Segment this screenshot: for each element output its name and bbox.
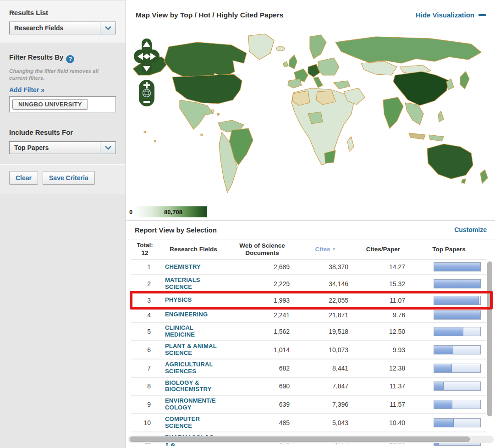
row-rank: 10 xyxy=(131,416,159,430)
add-filter-link[interactable]: Add Filter » xyxy=(9,86,44,94)
globe-icon xyxy=(143,89,151,97)
report-table: Total: 12 Research Fields Web of Science… xyxy=(126,239,495,448)
row-field-cell: CLINICAL MEDICINE xyxy=(159,323,228,340)
research-field-link[interactable]: COMPUTER SCIENCE xyxy=(165,416,200,430)
row-rank: 1 xyxy=(131,260,159,274)
hide-visualization-label: Hide Visualization xyxy=(416,11,474,19)
filter-results-section: Filter Results By? Changing the filter f… xyxy=(0,43,126,120)
wos-documents-value: 485 xyxy=(228,416,296,430)
vertical-scrollbar-thumb[interactable] xyxy=(487,261,492,416)
results-list-heading: Results List xyxy=(9,9,116,17)
main-content: Map View by Top / Hot / Highly Cited Pap… xyxy=(126,0,495,448)
row-field-cell: PLANT & ANIMAL SCIENCE xyxy=(159,341,228,359)
map-controls[interactable] xyxy=(134,39,160,109)
row-top-papers-cell xyxy=(412,343,486,357)
wos-documents-value: 2,689 xyxy=(228,260,296,274)
table-body: 1 CHEMISTRY 2,689 38,370 14.27 2 MATERIA… xyxy=(131,260,495,448)
research-field-link[interactable]: MATERIALS SCIENCE xyxy=(165,277,200,291)
wos-documents-value: 2,229 xyxy=(228,277,296,291)
column-header-top-papers[interactable]: Top Papers xyxy=(412,246,486,253)
cites-value: 21,871 xyxy=(296,308,355,322)
research-field-link[interactable]: CHEMISTRY xyxy=(165,264,201,271)
row-field-cell: COMPUTER SCIENCE xyxy=(159,414,228,431)
top-papers-bar xyxy=(434,327,481,336)
horizontal-scrollbar xyxy=(128,436,494,443)
wos-documents-value: 682 xyxy=(228,361,296,375)
table-row: 4 ENGINEERING 2,241 21,871 9.76 xyxy=(131,307,486,322)
research-field-link[interactable]: CLINICAL MEDICINE xyxy=(165,325,195,338)
table-row: 8 BIOLOGY & BIOCHEMISTRY 690 7,847 11.37 xyxy=(131,377,486,395)
top-papers-bar xyxy=(434,345,481,354)
cites-per-paper-value: 9.76 xyxy=(355,308,412,322)
cites-per-paper-value: 10.40 xyxy=(355,416,412,430)
cites-value: 8,441 xyxy=(296,361,355,375)
research-field-link[interactable]: AGRICULTURAL SCIENCES xyxy=(165,361,213,375)
row-field-cell: ENGINEERING xyxy=(159,308,228,322)
research-field-link[interactable]: ENVIRONMENT/E COLOGY xyxy=(165,398,216,411)
world-choropleth-map[interactable] xyxy=(128,33,493,198)
row-top-papers-cell xyxy=(412,379,486,393)
research-field-link[interactable]: PHYSICS xyxy=(165,297,192,304)
row-rank: 6 xyxy=(131,343,159,357)
include-results-section: Include Results For Top Papers xyxy=(0,120,126,164)
table-row: 6 PLANT & ANIMAL SCIENCE 1,014 10,073 9.… xyxy=(131,340,486,359)
top-papers-bar-fill xyxy=(434,419,454,427)
legend-min-value: 0 xyxy=(129,209,132,216)
customize-link[interactable]: Customize xyxy=(454,226,487,233)
row-field-cell: ENVIRONMENT/E COLOGY xyxy=(159,396,228,413)
row-rank: 3 xyxy=(131,293,159,307)
column-header-research-fields[interactable]: Research Fields xyxy=(159,246,228,253)
table-row: 5 CLINICAL MEDICINE 1,562 19,518 12.50 xyxy=(131,322,486,340)
cites-per-paper-value: 11.37 xyxy=(355,379,412,393)
research-field-link[interactable]: ENGINEERING xyxy=(165,311,208,318)
hide-visualization-link[interactable]: Hide Visualization xyxy=(416,11,486,19)
table-header-row: Total: 12 Research Fields Web of Science… xyxy=(131,239,486,260)
filter-results-label: Filter Results By xyxy=(9,53,63,61)
help-icon[interactable]: ? xyxy=(66,55,74,63)
top-papers-bar-fill xyxy=(434,296,479,304)
map-view-header: Map View by Top / Hot / Highly Cited Pap… xyxy=(126,0,495,30)
total-count-header: Total: 12 xyxy=(131,242,159,256)
sidebar: Results List Research Fields Filter Resu… xyxy=(0,0,126,448)
filter-note: Changing the filter field removes all cu… xyxy=(9,68,108,82)
include-results-select[interactable]: Top Papers xyxy=(9,141,116,154)
research-field-link[interactable]: PLANT & ANIMAL SCIENCE xyxy=(165,343,217,357)
row-top-papers-cell xyxy=(412,293,486,307)
cites-per-paper-value: 14.27 xyxy=(355,260,412,274)
include-results-heading: Include Results For xyxy=(9,128,116,136)
cites-value: 38,370 xyxy=(296,260,355,274)
wos-documents-value: 1,014 xyxy=(228,343,296,357)
row-field-cell: AGRICULTURAL SCIENCES xyxy=(159,360,228,377)
table-row: 1 CHEMISTRY 2,689 38,370 14.27 xyxy=(131,260,486,274)
column-header-wos-documents[interactable]: Web of Science Documents xyxy=(228,242,296,256)
map-legend: 0 80,708 xyxy=(129,206,207,217)
filter-chip-ningbo-university[interactable]: NINGBO UNIVERSITY xyxy=(12,99,88,110)
cites-per-paper-value: 12.50 xyxy=(355,325,412,338)
table-row: 9 ENVIRONMENT/E COLOGY 639 7,396 11.57 xyxy=(131,395,486,413)
row-rank: 4 xyxy=(131,308,159,322)
horizontal-scrollbar-thumb[interactable] xyxy=(130,437,470,442)
cites-value: 5,043 xyxy=(296,416,355,430)
active-filter-box: NINGBO UNIVERSITY xyxy=(9,96,116,112)
chevron-down-icon[interactable] xyxy=(100,142,116,154)
column-header-cites-per-paper[interactable]: Cites/Paper xyxy=(355,246,412,253)
wos-documents-value: 639 xyxy=(228,398,296,411)
total-label: Total: xyxy=(131,242,159,249)
row-rank: 9 xyxy=(131,398,159,411)
chevron-down-icon[interactable] xyxy=(100,22,116,34)
clear-button[interactable]: Clear xyxy=(9,171,38,185)
report-view-header: Report View by Selection Customize xyxy=(126,220,495,239)
row-top-papers-cell xyxy=(412,277,486,291)
row-rank: 2 xyxy=(131,277,159,291)
results-list-selected-value: Research Fields xyxy=(10,24,100,32)
table-row: 2 MATERIALS SCIENCE 2,229 34,146 15.32 xyxy=(131,274,486,293)
research-field-link[interactable]: BIOLOGY & BIOCHEMISTRY xyxy=(165,380,212,393)
cites-per-paper-value: 15.32 xyxy=(355,277,412,291)
save-criteria-button[interactable]: Save Criteria xyxy=(43,171,95,185)
row-top-papers-cell xyxy=(412,325,486,338)
results-list-select[interactable]: Research Fields xyxy=(9,22,116,34)
row-field-cell: BIOLOGY & BIOCHEMISTRY xyxy=(159,378,228,395)
column-header-cites[interactable]: Cites▼ xyxy=(296,246,355,253)
top-papers-bar xyxy=(434,279,481,288)
top-papers-bar-fill xyxy=(434,346,453,354)
